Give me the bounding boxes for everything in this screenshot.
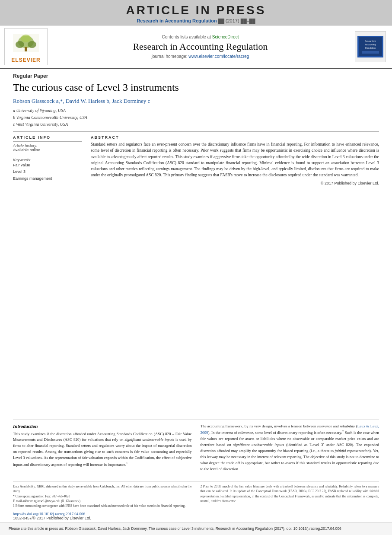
- elsevier-text: ELSEVIER: [11, 57, 40, 63]
- article-info-col: ARTICLE INFO Article history: Available …: [13, 135, 82, 185]
- svg-text:Accounting: Accounting: [365, 43, 376, 46]
- divider-1: [13, 131, 379, 132]
- abstract-col: ABSTRACT Standard setters and regulators…: [91, 135, 379, 185]
- abstract-text: Standard setters and regulators face an …: [91, 141, 379, 178]
- body-two-col: Introduction This study examines if the …: [13, 424, 379, 473]
- affiliation-b: b Virginia Commonwealth University, USA: [13, 114, 379, 121]
- contents-line: Contents lists available at ScienceDirec…: [162, 35, 239, 39]
- elsevier-tree-svg: [13, 34, 39, 52]
- footnote-section: Data Availability: XBRL data used in thi…: [13, 481, 379, 508]
- doi-link[interactable]: http://dx.doi.org/10.1016/j.racreg.2017.…: [13, 512, 379, 516]
- svg-point-3: [28, 41, 36, 48]
- page-wrapper: ARTICLE IN PRESS Research in Accounting …: [0, 0, 392, 535]
- citation-text: Please cite this article in press as: Ro…: [9, 526, 383, 532]
- elsevier-logo: [6, 30, 45, 56]
- top-banner: ARTICLE IN PRESS Research in Accounting …: [0, 0, 392, 25]
- keyword-3: Earnings management: [13, 175, 82, 182]
- svg-text:Research in: Research in: [365, 40, 376, 42]
- svg-rect-11: [362, 51, 379, 54]
- history-label: Article history:: [13, 143, 82, 148]
- sciencedirect-link[interactable]: ScienceDirect: [212, 35, 239, 39]
- journal-title: Research in Accounting Regulation: [133, 41, 268, 52]
- footnote-corresponding: * Corresponding author. Fax: 307-766-402…: [13, 494, 192, 499]
- banner-blocks: ██: [218, 19, 226, 23]
- body-content: Introduction This study examines if the …: [0, 412, 392, 477]
- journal-logo-box: Research in Accounting Regulation: [355, 31, 386, 62]
- article-title: The curious case of Level 3 instruments: [13, 81, 379, 94]
- citation-footer: Please cite this article in press as: Ro…: [0, 522, 392, 535]
- svg-point-5: [21, 35, 31, 42]
- footnote-data-availability: Data Availability: XBRL data used in thi…: [13, 484, 192, 494]
- journal-center: Contents lists available at ScienceDirec…: [52, 28, 349, 65]
- doi-section: http://dx.doi.org/10.1016/j.racreg.2017.…: [0, 508, 392, 522]
- article-type-label: Regular Paper: [13, 73, 379, 79]
- keyword-2: Level 3: [13, 169, 82, 175]
- affiliation-a: a University of Wyoming, USA: [13, 107, 379, 114]
- info-divider2: [13, 154, 82, 154]
- banner-subtitle: Research in Accounting Regulation ██ (20…: [0, 18, 392, 23]
- footnote-right-col: 2 Prior to 2010, much of the fair value …: [201, 484, 379, 508]
- banner-blocks2: ██–██: [241, 19, 255, 23]
- history-value: Available online: [13, 148, 82, 152]
- abstract-heading: ABSTRACT: [91, 135, 379, 140]
- issn-text: 1052-0457/© 2017 Published by Elsevier L…: [13, 516, 379, 520]
- body-left-col: Introduction This study examines if the …: [13, 424, 192, 473]
- banner-year: (2017): [226, 18, 239, 23]
- affiliation-c: c West Virginia University, USA: [13, 121, 379, 128]
- intro-left-text: This study examines if the discretion af…: [13, 431, 192, 468]
- article-info-heading: ARTICLE INFO: [13, 135, 82, 140]
- divider-2: [13, 420, 379, 420]
- footnote-email: E-mail address: rglassc1@uwyo.edu (R. Gl…: [13, 499, 192, 503]
- keywords-list: Fair value Level 3 Earnings management: [13, 162, 82, 182]
- svg-point-2: [16, 41, 24, 48]
- keywords-label: Keywords:: [13, 158, 82, 162]
- article-info-abstract: ARTICLE INFO Article history: Available …: [13, 135, 379, 185]
- journal-cover-svg: Research in Accounting Regulation: [357, 36, 383, 57]
- svg-rect-4: [25, 47, 27, 51]
- journal-homepage-link[interactable]: www.elsevier.com/locate/racreg: [188, 54, 249, 59]
- info-divider: [13, 141, 82, 142]
- journal-homepage: journal homepage: www.elsevier.com/locat…: [152, 54, 249, 59]
- footnote-left-col: Data Availability: XBRL data used in thi…: [13, 484, 192, 508]
- footnote-note1: 1 Efforts surrounding convergence with I…: [13, 503, 192, 508]
- affiliations: a University of Wyoming, USA b Virginia …: [13, 107, 379, 128]
- copyright: © 2017 Published by Elsevier Ltd.: [91, 181, 379, 185]
- keyword-1: Fair value: [13, 162, 82, 169]
- body-right-col: The accounting framework, by its very de…: [201, 424, 379, 473]
- authors: Robson Glasscock a,*, David W. Harless b…: [13, 98, 379, 105]
- footnote-note2: 2 Prior to 2010, much of the fair value …: [201, 484, 379, 503]
- intro-right-text: The accounting framework, by its very de…: [201, 424, 379, 473]
- journal-header: ELSEVIER Contents lists available at Sci…: [0, 25, 392, 69]
- intro-heading: Introduction: [13, 424, 192, 429]
- article-in-press-title: ARTICLE IN PRESS: [0, 3, 392, 17]
- elsevier-logo-container: ELSEVIER: [4, 28, 48, 65]
- journal-logo-right: Research in Accounting Regulation: [353, 28, 388, 65]
- journal-name-banner: Research in Accounting Regulation: [137, 18, 217, 23]
- svg-text:Regulation: Regulation: [365, 47, 376, 49]
- article-content: Regular Paper The curious case of Level …: [0, 69, 392, 412]
